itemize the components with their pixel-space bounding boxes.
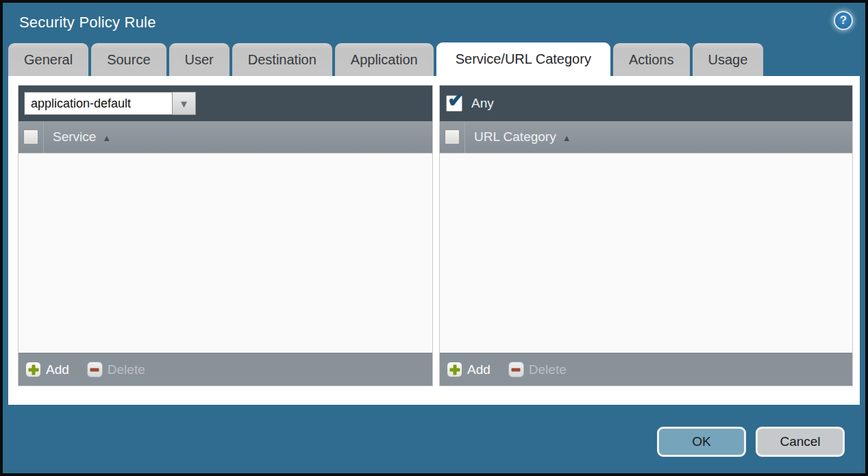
tab-actions[interactable]: Actions xyxy=(613,43,690,76)
service-add-button[interactable]: Add xyxy=(25,362,69,377)
service-add-label: Add xyxy=(46,362,69,377)
any-label: Any xyxy=(471,96,494,111)
url-category-panel: ✔ Any URL Category ▲ xyxy=(439,85,853,386)
url-category-select-all-cell xyxy=(440,121,465,153)
service-panel: ▼ Service ▲ Ad xyxy=(18,85,433,386)
page-title: Security Policy Rule xyxy=(3,14,156,32)
service-type-combobox: ▼ xyxy=(24,92,196,115)
url-category-add-label: Add xyxy=(467,362,491,377)
service-column-header[interactable]: Service ▲ xyxy=(44,129,111,145)
minus-icon xyxy=(87,362,103,377)
service-select-all-cell xyxy=(18,121,44,153)
url-category-grid-header: URL Category ▲ xyxy=(440,121,852,153)
service-grid-header: Service ▲ xyxy=(18,121,432,153)
service-delete-label: Delete xyxy=(108,362,145,377)
service-type-input[interactable] xyxy=(24,92,172,115)
tab-general[interactable]: General xyxy=(8,43,88,76)
plus-icon xyxy=(447,362,462,377)
url-category-column-header[interactable]: URL Category ▲ xyxy=(465,129,571,145)
tab-usage[interactable]: Usage xyxy=(693,43,764,76)
plus-icon xyxy=(25,362,41,377)
url-category-list[interactable] xyxy=(440,153,852,353)
chevron-down-icon: ▼ xyxy=(179,98,189,110)
service-delete-button[interactable]: Delete xyxy=(87,362,145,377)
service-panel-header: ▼ xyxy=(18,86,432,121)
url-category-footer: Add Delete xyxy=(440,353,852,386)
service-footer: Add Delete xyxy=(18,353,432,386)
service-type-dropdown-button[interactable]: ▼ xyxy=(172,92,196,115)
help-icon[interactable]: ? xyxy=(834,11,853,30)
sort-ascending-icon: ▲ xyxy=(562,131,571,143)
tab-destination[interactable]: Destination xyxy=(232,43,332,76)
tab-bar: General Source User Destination Applicat… xyxy=(3,42,865,76)
title-bar: Security Policy Rule ? xyxy=(3,3,865,42)
url-category-add-button[interactable]: Add xyxy=(447,362,491,377)
ok-button[interactable]: OK xyxy=(657,427,746,457)
url-category-panel-header: ✔ Any xyxy=(440,86,852,121)
tab-content-area: ▼ Service ▲ Ad xyxy=(8,76,860,405)
url-category-delete-button[interactable]: Delete xyxy=(508,362,567,377)
url-category-column-label: URL Category xyxy=(474,129,556,145)
service-list[interactable] xyxy=(18,153,432,353)
sort-ascending-icon: ▲ xyxy=(102,131,111,143)
tab-application[interactable]: Application xyxy=(335,43,434,76)
url-category-delete-label: Delete xyxy=(529,362,567,377)
security-policy-rule-dialog: Security Policy Rule ? General Source Us… xyxy=(3,3,865,473)
dialog-action-buttons: OK Cancel xyxy=(657,427,845,457)
url-category-select-all-checkbox[interactable] xyxy=(445,129,460,145)
any-checkbox[interactable]: ✔ xyxy=(446,95,462,112)
minus-icon xyxy=(508,362,524,377)
tab-user[interactable]: User xyxy=(169,43,230,76)
cancel-button[interactable]: Cancel xyxy=(756,427,845,457)
checkmark-icon: ✔ xyxy=(447,90,464,110)
service-column-label: Service xyxy=(53,129,96,145)
tab-source[interactable]: Source xyxy=(91,43,166,76)
screen-frame: Security Policy Rule ? General Source Us… xyxy=(0,0,868,476)
service-select-all-checkbox[interactable] xyxy=(23,129,38,145)
tab-service-url-category[interactable]: Service/URL Category xyxy=(436,42,610,76)
